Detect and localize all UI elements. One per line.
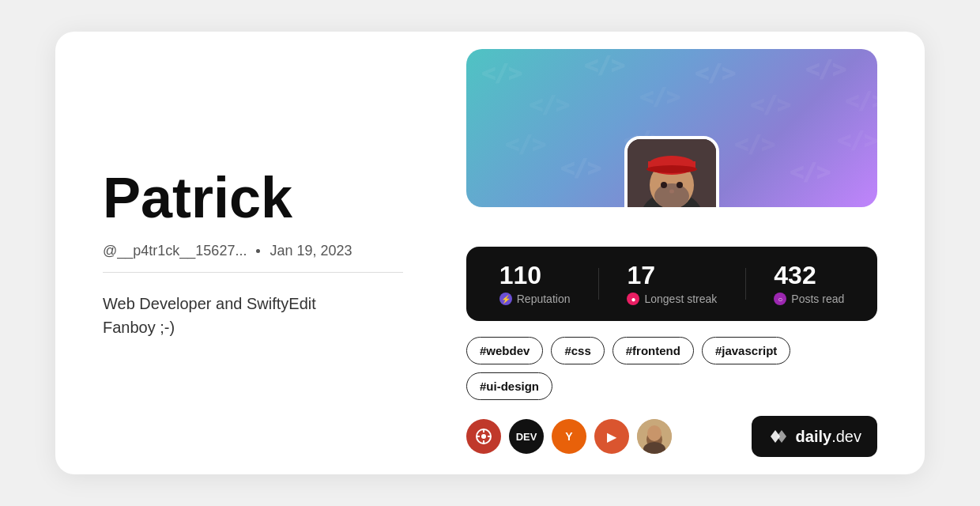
svg-text:</>: </> xyxy=(838,127,877,153)
svg-point-33 xyxy=(647,425,662,441)
svg-text:</>: </> xyxy=(735,131,775,157)
svg-text:</>: </> xyxy=(482,60,522,86)
streak-label: ● Longest streak xyxy=(627,293,717,305)
svg-text:</>: </> xyxy=(790,159,831,185)
streak-value: 17 xyxy=(627,262,655,288)
avatar-social-icon[interactable] xyxy=(637,419,672,454)
posts-text: Posts read xyxy=(791,293,844,305)
streak-icon: ● xyxy=(627,293,639,305)
stat-streak: 17 ● Longest streak xyxy=(627,262,717,305)
stat-divider-1 xyxy=(598,268,599,300)
brand-suffix: .dev xyxy=(831,428,861,445)
svg-point-22 xyxy=(661,182,667,188)
hacker-news-icon[interactable]: Y xyxy=(552,419,586,454)
svg-text:</>: </> xyxy=(585,52,625,78)
svg-point-24 xyxy=(669,190,674,194)
reputation-label: ⚡ Reputation xyxy=(499,293,571,305)
product-hunt-icon[interactable]: ▶ xyxy=(594,419,629,454)
svg-point-30 xyxy=(481,434,486,439)
streak-text: Longest streak xyxy=(644,293,717,305)
profile-banner: </> </> </> </> </> </> </> </> </> </> … xyxy=(466,49,877,207)
bio-line2: Fanboy ;-) xyxy=(103,319,175,336)
posts-label: ○ Posts read xyxy=(774,293,844,305)
tags-row: #webdev #css #frontend #javascript #ui-d… xyxy=(466,337,877,400)
svg-text:</>: </> xyxy=(751,92,791,118)
profile-card: Patrick @__p4tr1ck__15627... Jan 19, 202… xyxy=(55,32,925,474)
crosshair-icon[interactable] xyxy=(466,419,501,454)
tag-ui-design[interactable]: #ui-design xyxy=(466,372,552,400)
daily-dev-icon xyxy=(767,425,790,447)
svg-text:</>: </> xyxy=(640,84,680,110)
user-name: Patrick xyxy=(103,167,403,229)
reputation-value: 110 xyxy=(499,262,541,288)
left-panel: Patrick @__p4tr1ck__15627... Jan 19, 202… xyxy=(103,167,403,338)
svg-text:</>: </> xyxy=(506,131,546,157)
posts-value: 432 xyxy=(774,262,816,288)
dev-icon[interactable]: DEV xyxy=(509,419,544,454)
join-date: Jan 19, 2023 xyxy=(270,243,352,259)
svg-text:</>: </> xyxy=(846,88,877,114)
stat-posts: 432 ○ Posts read xyxy=(774,262,844,305)
reputation-icon: ⚡ xyxy=(499,293,512,305)
stat-divider-2 xyxy=(745,268,746,300)
user-bio: Web Developer and SwiftyEdit Fanboy ;-) xyxy=(103,292,403,339)
divider xyxy=(103,272,403,273)
avatar xyxy=(624,136,719,207)
user-meta: @__p4tr1ck__15627... Jan 19, 2023 xyxy=(103,243,403,259)
bio-line1: Web Developer and SwiftyEdit xyxy=(103,295,316,312)
brand-name: daily.dev xyxy=(796,428,861,446)
reputation-text: Reputation xyxy=(517,293,571,305)
stat-reputation: 110 ⚡ Reputation xyxy=(499,262,571,305)
brand-logo: daily.dev xyxy=(752,416,877,457)
svg-point-21 xyxy=(646,165,697,173)
stats-bar: 110 ⚡ Reputation 17 ● Longest streak 432… xyxy=(466,247,877,321)
tag-javascript[interactable]: #javascript xyxy=(702,337,790,364)
posts-icon: ○ xyxy=(774,293,786,305)
right-panel: </> </> </> </> </> </> </> </> </> </> … xyxy=(466,49,877,457)
avatar-image xyxy=(628,139,716,207)
social-icons: DEV Y ▶ xyxy=(466,419,672,454)
tag-frontend[interactable]: #frontend xyxy=(612,337,694,364)
tag-webdev[interactable]: #webdev xyxy=(466,337,543,364)
svg-text:</>: </> xyxy=(530,92,570,118)
user-handle: @__p4tr1ck__15627... xyxy=(103,243,247,259)
svg-point-23 xyxy=(677,182,683,188)
tag-css[interactable]: #css xyxy=(551,337,604,364)
svg-text:</>: </> xyxy=(561,155,601,181)
svg-text:</>: </> xyxy=(806,56,846,82)
social-row: DEV Y ▶ xyxy=(466,416,877,457)
meta-dot xyxy=(256,249,260,253)
svg-text:</>: </> xyxy=(695,60,736,86)
